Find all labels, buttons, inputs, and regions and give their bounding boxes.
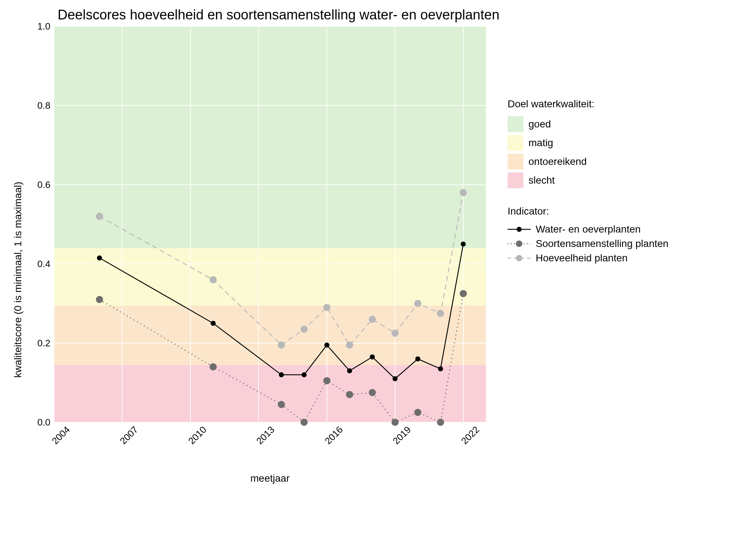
svg-point-1 [517,227,522,232]
x-tick: 2016 [323,424,345,447]
y-tick: 0.0 [37,417,50,428]
legend-series-title: Indicator: [508,206,669,217]
x-tick: 2010 [186,424,209,447]
series-line [99,193,463,345]
x-axis-label: meetjaar [54,473,486,484]
chart-title: Deelscores hoeveelheid en soortensamenst… [58,7,749,23]
legend-label: slecht [528,175,555,186]
legend-item-ontoereikend: ontoereikend [508,154,669,170]
y-tick: 0.8 [37,100,50,111]
data-point [461,242,466,247]
data-point [96,213,103,220]
data-point [414,409,422,416]
data-point [210,363,217,370]
data-point [414,300,422,307]
legend-item-wo: Water- en oeverplanten [508,224,669,235]
legend-item-matig: matig [508,135,669,151]
line-swatch-wo [508,224,531,234]
legend-label: Hoeveelheid planten [536,252,627,264]
data-point [369,389,376,396]
data-point [347,368,352,373]
data-point [301,326,308,333]
legend-label: goed [528,118,551,130]
y-tick: 1.0 [37,21,50,32]
data-point [323,377,330,384]
data-point [302,372,307,377]
legend-label: matig [528,137,553,149]
x-tick: 2013 [254,424,277,447]
data-point [460,290,467,297]
data-point [391,330,399,337]
data-point [97,256,102,261]
legend-item-goed: goed [508,116,669,132]
x-axis: 2004200720102013201620192022 [54,422,486,451]
legend-label: Water- en oeverplanten [536,224,641,235]
data-point [323,304,330,311]
swatch-matig [508,135,523,151]
line-swatch-ss [508,239,531,249]
y-tick: 0.2 [37,338,50,349]
data-point [415,356,420,361]
legend-item-ss: Soortensamenstelling planten [508,238,669,249]
legend-item-slecht: slecht [508,172,669,188]
swatch-ontoereikend [508,154,523,170]
y-tick: 0.4 [37,258,50,270]
swatch-slecht [508,172,523,188]
x-tick: 2007 [118,424,140,447]
data-point [438,366,443,372]
x-tick: 2019 [391,424,413,447]
legend-item-hp: Hoeveelheid planten [508,252,669,264]
legend: Doel waterkwaliteit: goed matig ontoerei… [508,26,669,533]
data-point [278,342,285,349]
data-point [324,343,329,348]
svg-point-3 [516,240,522,247]
line-swatch-hp [508,253,531,263]
data-point [210,276,217,283]
legend-label: ontoereikend [528,156,587,167]
data-point [370,355,375,360]
data-point [346,342,353,349]
y-axis: 0.00.20.40.60.81.0 [29,26,54,422]
data-point [211,321,216,326]
data-point [460,189,467,196]
data-point [369,316,376,323]
data-point [278,401,285,408]
legend-bands-title: Doel waterkwaliteit: [508,98,669,110]
y-axis-label: kwaliteitscore (0 is minimaal, 1 is maxi… [12,181,24,378]
svg-point-5 [516,255,522,261]
plot-region [54,26,486,422]
x-tick: 2004 [50,424,72,447]
series-line [99,244,463,379]
data-point [96,296,103,303]
data-point [346,391,353,398]
swatch-goed [508,116,523,132]
data-point [279,372,284,377]
x-tick: 2022 [459,424,482,447]
data-point [392,376,397,381]
y-tick: 0.6 [37,179,50,190]
legend-label: Soortensamenstelling planten [536,238,669,249]
data-point [437,310,444,317]
chart-area: kwaliteitscore (0 is minimaal, 1 is maxi… [7,26,486,533]
